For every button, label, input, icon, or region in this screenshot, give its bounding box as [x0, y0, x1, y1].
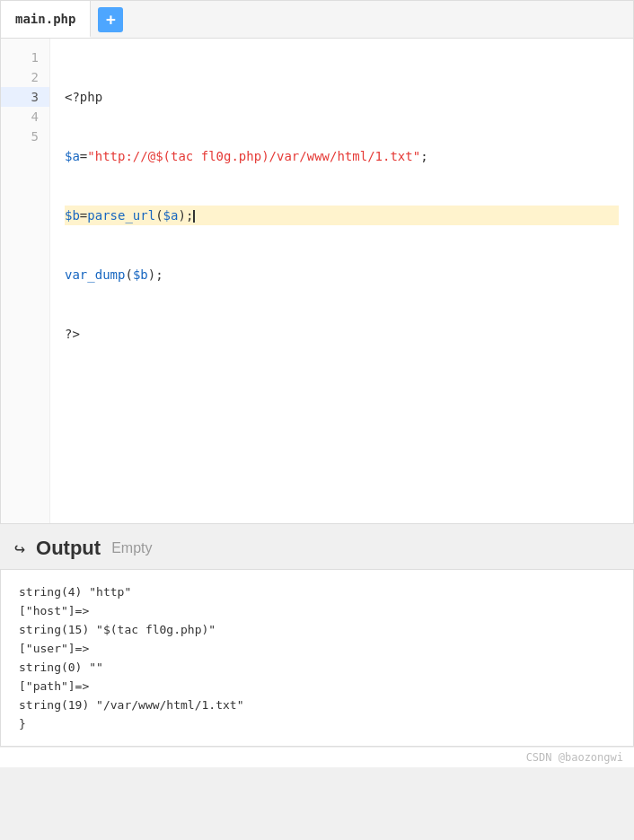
- output-section: ↪ Output Empty string(4) "http" ["host"]…: [0, 524, 634, 767]
- code-area: 1 2 3 4 5 <?php $a="http://@$(tac fl0g.p…: [1, 39, 633, 523]
- output-line-5: string(0) "": [19, 658, 615, 677]
- output-line-4: ["user"]=>: [19, 639, 615, 658]
- add-tab-button[interactable]: +: [98, 7, 123, 32]
- editor-container: main.php + 1 2 3 4 5 <?php $a="http://@$…: [0, 0, 634, 524]
- code-line-1: <?php: [65, 87, 619, 107]
- output-badge: Empty: [111, 540, 152, 556]
- output-header: ↪ Output Empty: [0, 524, 634, 569]
- main-php-tab[interactable]: main.php: [1, 1, 91, 38]
- output-line-1: string(4) "http": [19, 582, 615, 601]
- code-content[interactable]: <?php $a="http://@$(tac fl0g.php)/var/ww…: [50, 39, 633, 523]
- output-content: string(4) "http" ["host"]=> string(15) "…: [0, 569, 634, 747]
- output-icon: ↪: [14, 538, 25, 559]
- line-num-3: 3: [1, 87, 49, 107]
- code-line-3: $b=parse_url($a);: [65, 206, 619, 225]
- output-line-7: string(19) "/var/www/html/1.txt": [19, 696, 615, 714]
- line-numbers: 1 2 3 4 5: [1, 39, 50, 523]
- plus-icon: +: [106, 10, 116, 29]
- line-num-5: 5: [1, 127, 49, 146]
- output-closing: }: [19, 714, 615, 733]
- tab-bar: main.php +: [1, 1, 633, 39]
- output-line-6: ["path"]=>: [19, 677, 615, 696]
- output-line-3: string(15) "$(tac fl0g.php)": [19, 620, 615, 639]
- code-line-5: ?>: [65, 324, 619, 344]
- tab-label: main.php: [15, 12, 75, 26]
- watermark: CSDN @baozongwi: [0, 747, 634, 767]
- line-num-4: 4: [1, 107, 49, 127]
- line-num-1: 1: [1, 48, 49, 67]
- output-line-2: ["host"]=>: [19, 601, 615, 620]
- code-line-2: $a="http://@$(tac fl0g.php)/var/www/html…: [65, 146, 619, 166]
- line-num-2: 2: [1, 67, 49, 87]
- output-title: Output: [36, 537, 101, 560]
- code-line-4: var_dump($b);: [65, 265, 619, 284]
